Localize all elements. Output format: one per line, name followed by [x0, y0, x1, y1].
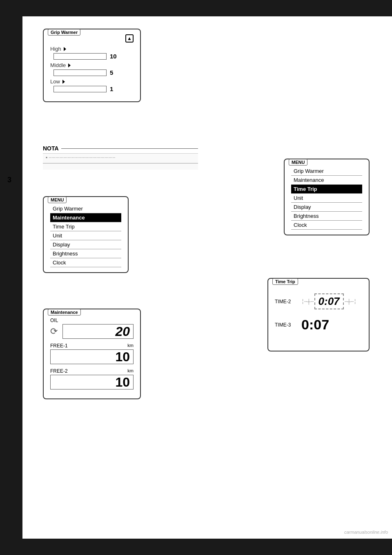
gw-bar-middle: 5 — [50, 69, 134, 76]
time-row-3: TIME-3 0:07 — [275, 317, 362, 333]
maint-label-oil: OIL — [50, 318, 134, 323]
gw-bar-bg-middle — [53, 69, 107, 76]
time3-value: 0:07 — [301, 317, 329, 333]
free1-bar: 10 — [50, 349, 134, 364]
gw-value-high: 10 — [110, 53, 117, 60]
gw-bar-high: 10 — [50, 53, 134, 60]
free2-unit: km — [127, 368, 134, 375]
free2-bar: 10 — [50, 375, 134, 389]
gw-label-high: High — [50, 46, 134, 52]
menu-maintenance-panel: MENU Grip Warmer Maintenance Time Trip U… — [43, 196, 129, 273]
bottom-bar — [0, 539, 392, 555]
timetrip-data-label: Time Trip — [272, 278, 298, 285]
menu-timetrip-items: Grip Warmer Maintenance Time Trip Unit D… — [291, 167, 362, 230]
maintenance-data-panel: Maintenance OIL ⟳ 20 FREE-1 km 10 FREE-2… — [43, 309, 141, 399]
menu-maintenance-label: MENU — [48, 197, 67, 203]
timetrip-data-panel: Time Trip TIME-2 ╎╌┼╌ 0:07 ╌┼╌╎ TIME-3 0… — [267, 278, 370, 351]
grip-warmer-display-panel: Grip Warmer ▲ High 10 Middle 5 Low 1 — [43, 29, 141, 102]
gw-row-low: Low 1 — [50, 78, 134, 92]
menu-item-maintenance-2[interactable]: Maintenance — [291, 176, 362, 185]
menu-maintenance-items: Grip Warmer Maintenance Time Trip Unit D… — [50, 204, 121, 267]
nota-text-line1: ▪ ······································… — [43, 154, 198, 161]
gw-value-middle: 5 — [110, 69, 113, 76]
watermark: carmanualsonline.info — [344, 530, 388, 535]
menu-item-clock-1[interactable]: Clock — [50, 258, 121, 267]
maintenance-data-label: Maintenance — [48, 309, 81, 316]
free2-header: FREE-2 km — [50, 368, 134, 375]
maint-row-oil: OIL ⟳ 20 — [50, 318, 134, 339]
gw-bar-low: 1 — [50, 85, 134, 92]
menu-item-grip-warmer-2[interactable]: Grip Warmer — [291, 167, 362, 176]
nota-line — [61, 148, 198, 149]
maint-oil-container: ⟳ 20 — [50, 324, 134, 339]
menu-item-timetrip-1[interactable]: Time Trip — [50, 222, 121, 231]
alert-icon: ▲ — [125, 34, 134, 43]
menu-item-display-1[interactable]: Display — [50, 240, 121, 249]
nota-bottom-line — [43, 163, 198, 163]
menu-item-brightness-2[interactable]: Brightness — [291, 212, 362, 221]
gw-row-high: High 10 — [50, 46, 134, 60]
free1-value: 10 — [115, 349, 130, 365]
free1-header: FREE-1 km — [50, 343, 134, 349]
menu-item-timetrip-selected[interactable]: Time Trip — [291, 185, 362, 194]
free2-value: 10 — [115, 375, 130, 390]
maint-label-free1: FREE-1 — [50, 343, 68, 349]
time2-tick-right: ╌┼╌╎ — [345, 299, 357, 304]
top-bar — [0, 0, 392, 16]
gw-header: ▲ — [50, 34, 134, 43]
time2-label: TIME-2 — [275, 299, 297, 304]
time2-tick-left: ╎╌┼╌ — [301, 299, 314, 304]
gw-label-middle: Middle — [50, 62, 134, 68]
gw-bar-bg-high — [53, 53, 107, 60]
maint-row-free1: FREE-1 km 10 — [50, 343, 134, 364]
time-row-2: TIME-2 ╎╌┼╌ 0:07 ╌┼╌╎ — [275, 293, 362, 309]
oil-value: 20 — [115, 324, 130, 339]
nota-header-row: NOTA — [43, 145, 198, 152]
maint-label-free2: FREE-2 — [50, 368, 68, 374]
menu-timetrip-label: MENU — [289, 159, 307, 166]
gw-value-low: 1 — [110, 85, 113, 92]
oil-spinner-icon: ⟳ — [50, 327, 58, 336]
menu-item-grip-warmer-1[interactable]: Grip Warmer — [50, 204, 121, 213]
time3-label: TIME-3 — [275, 322, 297, 328]
grip-warmer-panel-label: Grip Warmer — [48, 29, 80, 36]
nota-body: ▪ ······································… — [43, 153, 198, 170]
time2-value-container: ╎╌┼╌ 0:07 ╌┼╌╎ — [301, 293, 356, 309]
free1-unit: km — [127, 343, 134, 349]
menu-item-unit-2[interactable]: Unit — [291, 194, 362, 203]
menu-item-unit-1[interactable]: Unit — [50, 231, 121, 240]
menu-timetrip-panel: MENU Grip Warmer Maintenance Time Trip U… — [284, 159, 370, 235]
gw-bar-bg-low — [53, 86, 107, 92]
menu-item-clock-2[interactable]: Clock — [291, 221, 362, 230]
page-number: 3 — [7, 176, 11, 184]
maint-row-free2: FREE-2 km 10 — [50, 368, 134, 389]
gw-label-low: Low — [50, 78, 134, 85]
gw-row-middle: Middle 5 — [50, 62, 134, 76]
menu-item-brightness-1[interactable]: Brightness — [50, 249, 121, 258]
nota-section: NOTA ▪ ·································… — [43, 145, 198, 170]
menu-item-maintenance-selected[interactable]: Maintenance — [50, 213, 121, 222]
oil-bar: 20 — [62, 324, 134, 339]
left-margin-bar — [0, 16, 22, 539]
nota-title: NOTA — [43, 145, 59, 152]
time2-value: 0:07 — [314, 293, 344, 309]
menu-item-display-2[interactable]: Display — [291, 203, 362, 212]
